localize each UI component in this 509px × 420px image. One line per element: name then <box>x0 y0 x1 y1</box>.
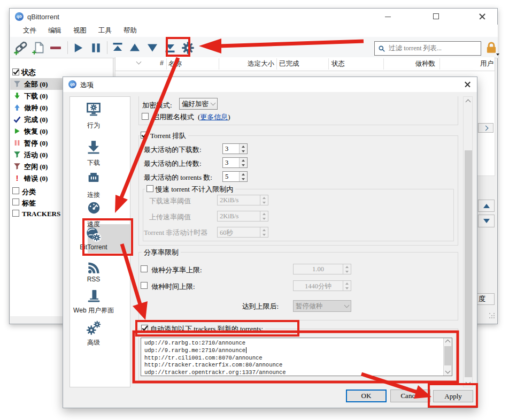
textarea-scrollbar[interactable] <box>443 338 452 376</box>
delete-button[interactable] <box>48 40 64 56</box>
ul-threshold-spinner: 2KiB/s <box>217 211 268 222</box>
slow-torrents-checkbox[interactable] <box>146 185 153 192</box>
max-uploads-spinner[interactable]: 3 <box>222 157 248 168</box>
scroll-down-icon <box>445 369 451 374</box>
chevron-down-icon <box>211 101 216 106</box>
chevron-down-icon <box>344 303 350 308</box>
scroll-down-button[interactable] <box>478 215 495 227</box>
download-icon <box>63 140 124 155</box>
tags-checkbox[interactable] <box>12 198 19 205</box>
toolbar <box>10 37 498 58</box>
status-header: 状态 <box>21 68 36 78</box>
tracker-url-line: udp://tracker.opentrackr.org:1337/announ… <box>141 369 452 376</box>
arrow-down-icon <box>13 92 21 100</box>
max-uploads-label: 最大活动的上传数: <box>144 159 202 169</box>
search-input[interactable] <box>389 44 477 52</box>
trackers-checkbox[interactable] <box>12 210 19 217</box>
column-status[interactable]: 状态 <box>331 59 345 68</box>
menu-help[interactable]: 帮助 <box>124 26 137 35</box>
qbittorrent-logo-icon: qb <box>68 80 76 88</box>
queueing-checkbox[interactable] <box>141 132 148 139</box>
apply-button[interactable]: Apply <box>433 390 473 402</box>
minimize-button[interactable] <box>377 9 399 24</box>
max-torrents-label: 最大活动的 torrents 数: <box>144 173 212 182</box>
pause-button[interactable] <box>88 40 104 56</box>
ratio-limit-label: 做种分享率上限: <box>151 265 202 275</box>
column-name[interactable]: 名称 <box>168 59 182 68</box>
maximize-icon <box>433 13 439 19</box>
dialog-close-button[interactable] <box>459 79 476 90</box>
dialog-scrollbar[interactable] <box>463 96 473 387</box>
column-done[interactable]: 已完成 <box>279 59 299 68</box>
column-seeds[interactable]: 做种数 <box>383 59 435 68</box>
title-bar: qb qBittorrent <box>10 9 497 25</box>
torrent-table-header: # 名称 选定大小 已完成 状态 做种数 用户 <box>115 57 495 71</box>
close-button[interactable] <box>472 9 493 24</box>
seed-time-checkbox[interactable] <box>141 282 148 289</box>
slow-torrents-title: 慢速 torrent 不计入限制内 <box>145 185 235 194</box>
pause-icon <box>90 42 102 54</box>
max-torrents-spinner[interactable]: 5 <box>222 171 248 182</box>
scroll-up-button[interactable] <box>478 200 495 212</box>
toolbar-separator <box>107 41 107 54</box>
plus-icon <box>13 50 19 56</box>
gauge-icon <box>63 201 124 215</box>
ok-button[interactable]: OK <box>346 390 387 402</box>
exclamation-icon: ! <box>13 174 21 182</box>
minus-icon <box>50 47 61 49</box>
encryption-select[interactable]: 偏好加密 <box>179 98 218 110</box>
add-torrent-link-button[interactable] <box>13 40 29 56</box>
column-peers[interactable]: 用户 <box>441 59 493 68</box>
funnel-icon <box>13 163 21 170</box>
anonymous-mode-label: 启用匿名模式 <box>152 112 194 122</box>
menu-view[interactable]: 视图 <box>73 26 87 35</box>
menu-file[interactable]: 文件 <box>23 26 36 35</box>
scrollbar-thumb[interactable] <box>465 150 472 377</box>
check-icon <box>13 116 21 123</box>
seed-time-spinner: 1440分钟 <box>293 280 351 291</box>
move-top-button[interactable] <box>110 40 126 56</box>
more-info-link[interactable]: 更多信息 <box>200 113 228 121</box>
inactivity-timer-spinner: 60秒 <box>217 227 268 238</box>
ratio-limit-checkbox[interactable] <box>141 265 148 272</box>
lock-button[interactable] <box>484 41 499 56</box>
auto-trackers-title: 自动添加以下 trackers 到新的 torrents: <box>140 324 265 334</box>
window-title: qBittorrent <box>27 13 59 21</box>
cancel-button[interactable]: Cancel <box>390 390 430 402</box>
resize-grip[interactable] <box>489 313 496 319</box>
status-checkbox[interactable] <box>12 68 19 75</box>
gears-icon <box>63 320 124 335</box>
menu-tools[interactable]: 工具 <box>98 26 112 35</box>
inactivity-timer-label: Torrent 非活动计时器 <box>144 228 207 238</box>
maximize-button[interactable] <box>426 9 447 24</box>
move-down-button[interactable] <box>144 40 160 56</box>
pause-icon <box>13 139 21 147</box>
scrollbar-thumb[interactable] <box>444 346 451 365</box>
scroll-up-icon <box>445 340 451 345</box>
max-downloads-spinner[interactable]: 3 <box>222 143 248 154</box>
trackers-textarea[interactable]: udp://9.rarbg.to:2710/announce udp://9.r… <box>141 338 452 376</box>
anonymous-mode-checkbox[interactable] <box>142 113 149 120</box>
menu-edit[interactable]: 编辑 <box>48 26 61 35</box>
seed-time-label: 做种时间上限: <box>151 282 195 292</box>
globe-gears-icon <box>63 226 124 242</box>
dialog-title-bar: qb 选项 <box>63 77 477 92</box>
toolbar-separator <box>67 41 68 54</box>
expand-panel-button[interactable] <box>478 123 493 133</box>
move-up-button[interactable] <box>127 40 143 56</box>
add-torrent-file-button[interactable] <box>31 40 47 56</box>
move-bottom-button[interactable] <box>162 40 178 56</box>
tracker-url-line: http://tracker.trackerfix.com:80/announc… <box>141 362 452 369</box>
qbittorrent-logo-icon: qb <box>15 12 24 21</box>
options-button[interactable] <box>180 40 196 56</box>
categories-checkbox[interactable] <box>12 187 19 194</box>
ratio-limit-spinner: 1.00 <box>293 264 351 274</box>
column-size[interactable]: 选定大小 <box>220 59 274 68</box>
play-icon <box>72 42 84 54</box>
resume-button[interactable] <box>70 40 86 56</box>
column-number[interactable]: # <box>148 59 164 67</box>
chevron-down-icon <box>496 54 499 56</box>
move-up-icon <box>128 41 141 54</box>
ul-threshold-label: 上传速率阈值 <box>149 212 191 222</box>
auto-trackers-checkbox[interactable] <box>141 325 148 332</box>
